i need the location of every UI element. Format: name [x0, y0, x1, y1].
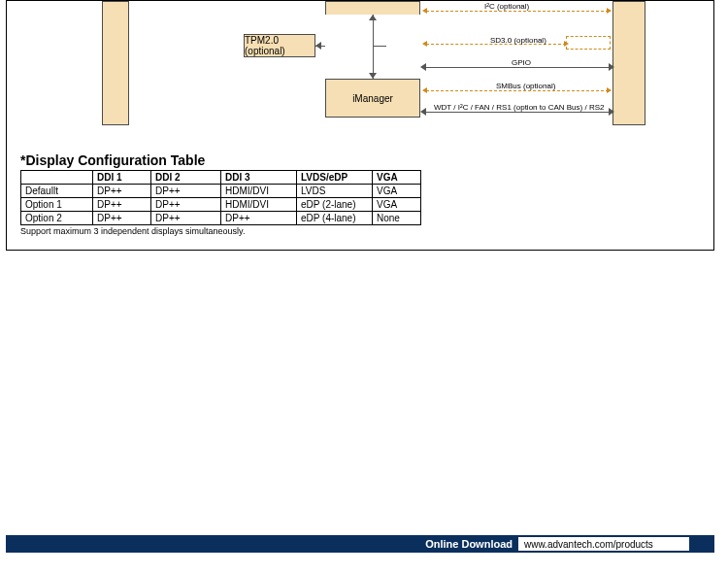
block-imanager: iManager [325, 79, 420, 118]
signal-sd30: SD3.0 (optional) [490, 36, 546, 45]
download-label: Online Download [425, 538, 518, 550]
display-config-table: DDI 1 DDI 2 DDI 3 LVDS/eDP VGA Defaullt … [20, 170, 421, 225]
th-ddi2: DDI 2 [151, 171, 221, 185]
download-url[interactable]: www.advantech.com/products [518, 537, 689, 551]
block-top-fragment [325, 1, 420, 15]
table-title: *Display Configuration Table [20, 152, 205, 168]
table-row: Option 1 DP++ DP++ HDMI/DVI eDP (2-lane)… [21, 198, 421, 212]
th-lvds: LVDS/eDP [297, 171, 373, 185]
block-tpm: TPM2.0 (optional) [244, 34, 315, 57]
footer-bar: Online Download www.advantech.com/produc… [6, 535, 714, 553]
block-right [612, 1, 645, 125]
table-footnote: Support maximum 3 independent displays s… [20, 226, 245, 236]
imanager-label: iManager [352, 93, 393, 104]
th-vga: VGA [373, 171, 421, 185]
table-row: Defaullt DP++ DP++ HDMI/DVI LVDS VGA [21, 185, 421, 198]
th-ddi3: DDI 3 [221, 171, 297, 185]
block-left [102, 1, 129, 125]
signal-wdt: WDT / I²C / FAN / RS1 (option to CAN Bus… [434, 103, 604, 112]
signal-i2c: I²C (optional) [484, 2, 529, 11]
table-header-row: DDI 1 DDI 2 DDI 3 LVDS/eDP VGA [21, 171, 421, 185]
th-blank [21, 171, 93, 185]
signal-gpio: GPIO [512, 58, 531, 67]
th-ddi1: DDI 1 [93, 171, 151, 185]
tpm-label: TPM2.0 (optional) [245, 35, 314, 56]
signal-smbus: SMBus (optional) [496, 82, 555, 90]
table-row: Option 2 DP++ DP++ DP++ eDP (4-lane) Non… [21, 212, 421, 225]
diagram-frame: TPM2.0 (optional) iManager I²C (optional… [6, 0, 714, 251]
footer-tail [689, 535, 714, 553]
block-diagram: TPM2.0 (optional) iManager I²C (optional… [7, 1, 713, 127]
